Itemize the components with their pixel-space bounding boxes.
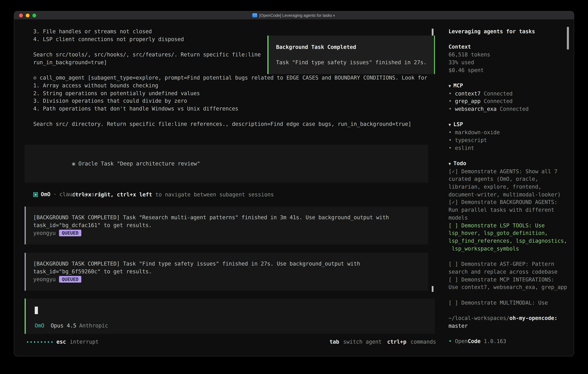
sidebar-session-title: Leveraging agents for tasks <box>449 28 569 35</box>
agent-model: claude-opus-4-5 <box>60 191 107 198</box>
model-row: OmO Opus 4.5 Anthropic <box>35 322 108 330</box>
lsp-item: • markdown-oxide <box>449 129 569 136</box>
sidebar-scrollbar-thumb[interactable] <box>567 27 569 50</box>
oracle-task-title: Oracle Task "Deep architecture review" <box>78 161 200 166</box>
todo-item-pending: Use context7, websearch_exa, grep_app <box>449 283 569 291</box>
background-task-message: [BACKGROUND TASK COMPLETED] Task "Resear… <box>25 207 428 244</box>
todo-item-done: Run parallel tasks with different <box>449 206 569 214</box>
todo-item-active: [ ] Demonstrate LSP TOOLS: Use <box>449 222 569 229</box>
todo-item-done: curated agents (OmO, oracle, <box>449 176 569 183</box>
zoom-button[interactable] <box>32 13 36 17</box>
chat-scrollbar-end[interactable] <box>432 286 433 292</box>
terminal-line: 3. Division operations that could divide… <box>33 97 437 105</box>
ctrlp-key-label: commands <box>410 338 436 346</box>
esc-key-label: interrupt <box>70 338 99 346</box>
mcp-section-heading[interactable]: ▼ MCP <box>449 82 569 90</box>
terminal-line: 1. Array access without bounds checking <box>33 82 437 90</box>
sidebar-lines: Leveraging agents for tasks Context66,51… <box>449 28 569 345</box>
message-meta: yeongyuQUEUED <box>33 276 428 283</box>
message-list: [BACKGROUND TASK COMPLETED] Task "Resear… <box>14 207 437 291</box>
ctrlp-hint: ctrl+p commands <box>387 338 436 346</box>
message-text-line: [BACKGROUND TASK COMPLETED] Task "Find t… <box>33 260 428 268</box>
window-icon <box>252 13 257 17</box>
todo-item-done: librarian, explore, frontend, <box>449 183 569 191</box>
todo-section-heading[interactable]: ▼ Todo <box>449 160 569 168</box>
prompt-input[interactable]: OmO Opus 4.5 Anthropic <box>25 299 435 334</box>
tab-key-label: switch agent <box>343 338 382 346</box>
sidebar-blank-line <box>449 113 569 121</box>
todo-item-done: [✓] Demonstrate BACKGROUND AGENTS: <box>449 198 569 206</box>
mcp-item: • grep_app Connected <box>449 98 569 105</box>
todo-item-pending: search and replace across codebase <box>449 268 569 276</box>
terminal-line <box>33 113 437 120</box>
message-text-line: task_id="bg_dcfac161" to get results. <box>33 222 428 229</box>
spinner-dots-icon <box>27 341 53 343</box>
todo-item-done: document-writer, multimodal-looker) <box>449 191 569 198</box>
todo-item-active: lsp_find_references, lsp_diagnostics, <box>449 237 569 245</box>
tab-key-hint: tab <box>330 338 339 346</box>
record-circle-icon: ◉ <box>72 161 75 166</box>
sidebar-blank-line <box>449 74 569 82</box>
window-title-text: [OpenCode] Leveraging agents for tasks ◐ <box>259 13 336 18</box>
terminal-line: ⚙ call_omo_agent [subagent_type=explore,… <box>33 74 437 82</box>
workspace-path: ~/local-workspaces/oh-my-opencode: <box>449 314 569 322</box>
sidebar-blank-line <box>449 152 569 160</box>
close-button[interactable] <box>19 13 23 17</box>
text-cursor <box>35 307 38 314</box>
opencode-window: [OpenCode] Leveraging agents for tasks ◐… <box>14 11 574 356</box>
agent-name: OmO <box>41 191 50 198</box>
keybind-hint-label: to navigate between subagent sessions <box>152 191 274 197</box>
message-author: yeongyu <box>33 276 56 283</box>
chat-pane[interactable]: 3. File handles or streams not closed4. … <box>14 20 437 356</box>
message-meta: yeongyuQUEUED <box>33 229 428 237</box>
oracle-blank-line <box>33 176 428 183</box>
todo-item-active: lsp_hover, lsp_goto_definition, <box>449 229 569 237</box>
toast-body: Task "Find type safety issues" finished … <box>276 59 434 67</box>
toast-title: Background Task Completed <box>276 43 434 51</box>
message-text-line: [BACKGROUND TASK COMPLETED] Task "Resear… <box>33 214 428 221</box>
window-titlebar[interactable]: [OpenCode] Leveraging agents for tasks ◐ <box>14 11 574 20</box>
sidebar-blank-line <box>449 307 569 314</box>
input-model-name: Opus 4.5 <box>51 322 76 330</box>
window-content: 3. File handles or streams not closed4. … <box>14 20 574 356</box>
terminal-line: 3. File handles or streams not closed <box>33 28 437 35</box>
context-heading: Context <box>449 43 569 51</box>
workspace-branch: master <box>449 322 569 330</box>
queued-badge: QUEUED <box>59 276 82 283</box>
sidebar-blank-line <box>449 253 569 260</box>
lsp-section-heading[interactable]: ▼ LSP <box>449 121 569 129</box>
context-used: 33% used <box>449 59 569 66</box>
context-tokens: 66,518 tokens <box>449 51 569 59</box>
message-text-line: task_id="bg_6f59260c" to get results. <box>33 268 428 276</box>
terminal-line: 2. String operations on potentially unde… <box>33 90 437 97</box>
terminal-line: Search src/ directory. Return specific f… <box>33 120 437 128</box>
lsp-item: • typescript <box>449 136 569 144</box>
queued-badge: QUEUED <box>59 230 82 237</box>
opencode-version: • OpenCode 1.0.163 <box>449 338 569 345</box>
minimize-button[interactable] <box>26 13 30 17</box>
mcp-item: • websearch_exa Connected <box>449 105 569 113</box>
message-author: yeongyu <box>33 229 56 237</box>
input-model-provider: Anthropic <box>79 322 108 330</box>
oracle-task-title-line: ◉Oracle Task "Deep architecture review" <box>33 152 428 175</box>
sidebar-blank-line <box>449 291 569 299</box>
toast-notification: Background Task Completed Task "Find typ… <box>267 36 435 74</box>
status-left: esc interrupt <box>27 338 99 346</box>
status-bar: esc interrupt tab switch agent ctrl+p co… <box>27 338 436 346</box>
status-right: tab switch agent ctrl+p commands <box>330 338 436 346</box>
agent-icon <box>33 192 38 197</box>
context-spent: $0.46 spent <box>449 66 569 74</box>
background-task-message: [BACKGROUND TASK COMPLETED] Task "Find t… <box>25 253 428 291</box>
oracle-task-panel: ◉Oracle Task "Deep architecture review" … <box>25 145 428 183</box>
input-agent-name: OmO <box>35 322 44 330</box>
todo-item-pending: [ ] Demonstrate AST-GREP: Pattern <box>449 260 569 268</box>
toast-gap <box>276 51 434 59</box>
traffic-lights <box>14 13 36 17</box>
ctrlp-key-hint: ctrl+p <box>387 338 406 346</box>
esc-key-hint: esc <box>56 338 66 346</box>
session-sidebar[interactable]: Leveraging agents for tasks Context66,51… <box>437 20 574 356</box>
terminal-line: 4. Path operations that don't handle Win… <box>33 105 437 113</box>
todo-item-done: models <box>449 214 569 222</box>
mcp-item: • context7 Connected <box>449 90 569 97</box>
agent-separator: · <box>53 191 56 198</box>
